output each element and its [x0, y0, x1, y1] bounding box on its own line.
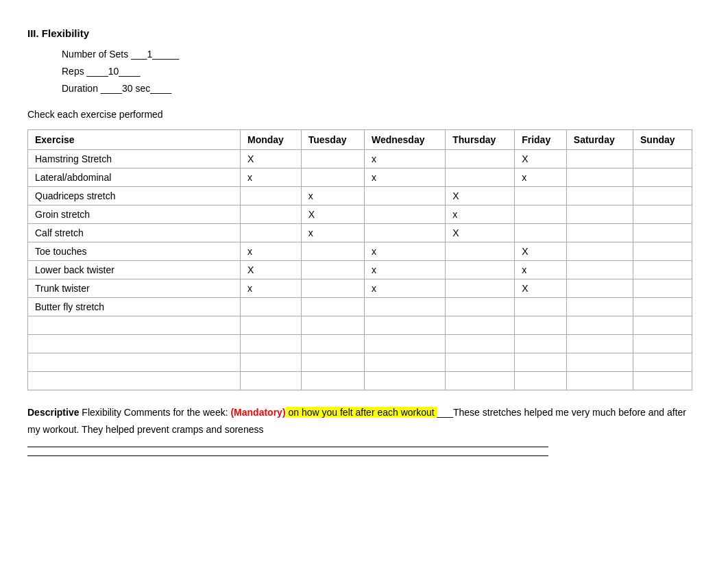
cell-empty [515, 316, 567, 334]
cell-saturday [566, 149, 633, 168]
cell-wednesday: x [364, 279, 445, 297]
cell-empty [364, 371, 445, 390]
cell-empty [28, 316, 241, 334]
cell-exercise: Toe touches [28, 242, 241, 260]
cell-empty [364, 316, 445, 334]
cell-thursday [446, 279, 515, 297]
cell-empty [633, 353, 692, 371]
cell-thursday: X [446, 223, 515, 242]
cell-monday: x [241, 242, 302, 260]
comment-lines [27, 447, 701, 456]
comments-highlighted: on how you felt after each workout [286, 407, 437, 418]
cell-wednesday: x [364, 168, 445, 186]
cell-empty [633, 316, 692, 334]
table-row: Groin stretchXx [28, 205, 692, 223]
cell-tuesday [301, 242, 364, 260]
cell-tuesday [301, 279, 364, 297]
table-row-empty [28, 334, 692, 353]
comment-line-1 [27, 447, 548, 447]
cell-saturday [566, 223, 633, 242]
cell-wednesday: x [364, 242, 445, 260]
col-exercise: Exercise [28, 129, 241, 149]
col-tuesday: Tuesday [301, 129, 364, 149]
cell-exercise: Quadriceps stretch [28, 186, 241, 205]
cell-monday [241, 297, 302, 316]
cell-thursday: X [446, 186, 515, 205]
cell-friday [515, 297, 567, 316]
cell-empty [515, 353, 567, 371]
cell-empty [515, 371, 567, 390]
table-header-row: Exercise Monday Tuesday Wednesday Thursd… [28, 129, 692, 149]
cell-wednesday [364, 223, 445, 242]
cell-friday: x [515, 168, 567, 186]
cell-monday [241, 223, 302, 242]
cell-monday: X [241, 149, 302, 168]
table-row-empty [28, 371, 692, 390]
section-title: III. Flexibility [27, 27, 701, 39]
cell-sunday [633, 223, 692, 242]
cell-empty [28, 353, 241, 371]
cell-exercise: Lateral/abdominal [28, 168, 241, 186]
cell-empty [364, 334, 445, 353]
cell-empty [566, 334, 633, 353]
cell-exercise: Trunk twister [28, 279, 241, 297]
comments-label-normal: Flexibility Comments for the week: [79, 407, 230, 418]
col-monday: Monday [241, 129, 302, 149]
cell-exercise: Lower back twister [28, 260, 241, 279]
cell-saturday [566, 205, 633, 223]
col-sunday: Sunday [633, 129, 692, 149]
cell-empty [241, 334, 302, 353]
cell-saturday [566, 242, 633, 260]
reps-info: Reps ____10____ [62, 63, 701, 80]
cell-saturday [566, 279, 633, 297]
cell-empty [28, 371, 241, 390]
cell-sunday [633, 260, 692, 279]
cell-empty [566, 353, 633, 371]
table-row: Butter fly stretch [28, 297, 692, 316]
table-row: Lower back twisterXxx [28, 260, 692, 279]
comments-label-bold: Descriptive [27, 407, 79, 418]
cell-empty [241, 316, 302, 334]
cell-saturday [566, 168, 633, 186]
cell-sunday [633, 242, 692, 260]
cell-monday [241, 205, 302, 223]
cell-saturday [566, 260, 633, 279]
cell-friday: X [515, 242, 567, 260]
cell-empty [364, 353, 445, 371]
cell-empty [633, 334, 692, 353]
cell-wednesday [364, 297, 445, 316]
cell-empty [446, 371, 515, 390]
cell-wednesday: x [364, 149, 445, 168]
duration-info: Duration ____30 sec____ [62, 80, 701, 97]
cell-monday: x [241, 279, 302, 297]
cell-empty [241, 371, 302, 390]
cell-empty [301, 334, 364, 353]
cell-tuesday [301, 149, 364, 168]
cell-thursday [446, 168, 515, 186]
cell-saturday [566, 186, 633, 205]
cell-friday: X [515, 279, 567, 297]
col-thursday: Thursday [446, 129, 515, 149]
table-row: Lateral/abdominalxxx [28, 168, 692, 186]
cell-sunday [633, 149, 692, 168]
cell-sunday [633, 279, 692, 297]
cell-exercise: Butter fly stretch [28, 297, 241, 316]
cell-exercise: Groin stretch [28, 205, 241, 223]
cell-sunday [633, 205, 692, 223]
cell-wednesday [364, 205, 445, 223]
cell-sunday [633, 168, 692, 186]
cell-sunday [633, 186, 692, 205]
table-row: Calf stretchxX [28, 223, 692, 242]
table-row: Hamstring StretchXxX [28, 149, 692, 168]
cell-monday: x [241, 168, 302, 186]
cell-friday: x [515, 260, 567, 279]
cell-empty [566, 316, 633, 334]
table-row-empty [28, 316, 692, 334]
cell-empty [566, 371, 633, 390]
cell-friday [515, 205, 567, 223]
cell-wednesday [364, 186, 445, 205]
meta-info: Number of Sets ___1_____ Reps ____10____… [62, 46, 701, 98]
cell-exercise: Calf stretch [28, 223, 241, 242]
cell-empty [515, 334, 567, 353]
cell-tuesday [301, 297, 364, 316]
